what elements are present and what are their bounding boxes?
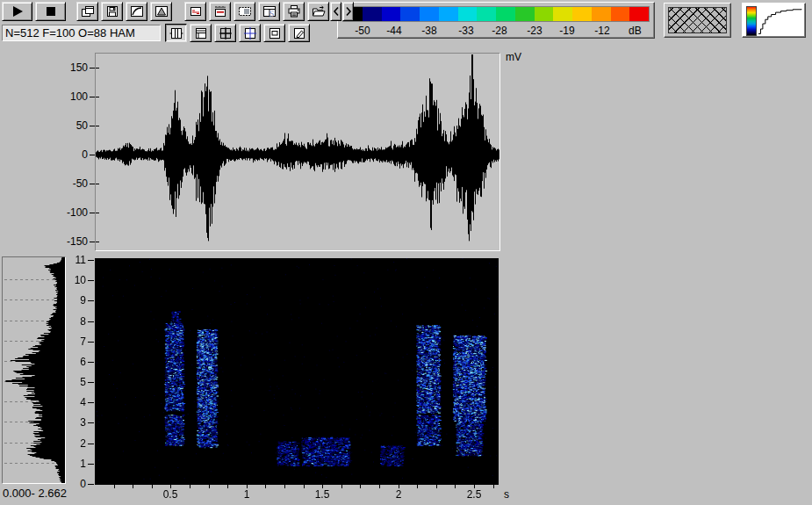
spec-ytick-mark: [88, 382, 94, 383]
chevron-left-icon: [332, 5, 341, 18]
spec-ytick-label: 9: [67, 294, 86, 307]
gain-curve-icon: [130, 5, 144, 18]
open-file-button[interactable]: [307, 2, 329, 21]
spec-ytick-mark: [88, 342, 94, 343]
db-color-cell: [477, 7, 496, 21]
pattern-preview-panel: [664, 3, 731, 38]
spec-ytick-label: 0: [67, 478, 86, 490]
window-in-window-button[interactable]: [263, 24, 285, 42]
chevron-right-icon: [344, 5, 353, 18]
db-color-cells: [342, 6, 650, 22]
spec-ytick-mark: [88, 402, 94, 403]
prev-button[interactable]: [330, 2, 341, 21]
stop-button[interactable]: [35, 2, 66, 21]
waveform-panel[interactable]: [95, 53, 500, 251]
stop-icon: [42, 5, 60, 18]
open-folder-icon: [312, 5, 326, 18]
db-color-cell: [400, 7, 420, 21]
db-color-cell: [553, 7, 572, 21]
analysis-settings-text: N=512 F=100 O=88 HAM: [5, 26, 135, 40]
spec-ytick-mark: [88, 484, 94, 485]
wave-ytick-mark: [90, 184, 95, 184]
spec-ytick-label: 4: [67, 396, 86, 408]
db-scale-tick-label: -44: [382, 25, 406, 37]
layout-rows-button[interactable]: [190, 24, 212, 42]
next-button[interactable]: [342, 2, 354, 21]
db-scale-tick-label: -28: [487, 25, 512, 37]
db-scale-tick-label: -38: [417, 25, 442, 37]
db-scale-tick-label: -33: [454, 25, 478, 37]
spec-ytick-label: 2: [67, 437, 86, 450]
spec-ytick-label: 10: [67, 274, 86, 286]
wave-ytick-mark: [90, 155, 95, 155]
selection-window-button[interactable]: [234, 2, 255, 21]
printer-icon: [287, 5, 301, 18]
db-scale-tick-label: -50: [350, 25, 375, 37]
db-color-cell: [420, 7, 439, 21]
layout-columns-button[interactable]: [165, 24, 187, 42]
s-window-button[interactable]: S: [258, 2, 280, 21]
db-color-cell: [611, 7, 630, 21]
s-grid-icon: S: [262, 5, 277, 18]
spec-xtick-mark: [379, 485, 380, 488]
play-icon: [9, 5, 26, 18]
db-color-cell: [592, 7, 611, 21]
layout-quad-blue-icon: [243, 27, 257, 40]
wave-ytick-mark: [90, 213, 95, 213]
db-color-scale: -50-44-38-33-28-23-19-12dB: [337, 2, 655, 39]
wave-ytick-label: -100: [51, 206, 88, 219]
gain-curve-button[interactable]: [126, 2, 147, 21]
spectrum-display-button[interactable]: [150, 2, 172, 21]
spec-ytick-label: 11: [67, 254, 86, 266]
spec-ytick-mark: [88, 260, 94, 261]
db-color-cell: [382, 7, 401, 21]
spec-ytick-mark: [88, 280, 94, 281]
db-scale-tick-label: -12: [590, 25, 614, 37]
db-color-cell: [458, 7, 478, 21]
waveform-window-button[interactable]: [184, 2, 206, 21]
layout-quad-alt-button[interactable]: [239, 24, 261, 42]
spectrogram-panel[interactable]: [95, 258, 499, 485]
copy-window-button[interactable]: [76, 2, 98, 21]
spec-xtick-mark: [114, 485, 115, 488]
layout-rows-icon: [194, 27, 208, 40]
save-button[interactable]: [101, 2, 123, 21]
print-button[interactable]: [283, 2, 305, 21]
wave-ytick-mark: [90, 97, 95, 97]
db-color-cell: [496, 7, 515, 21]
spectrum-histogram-panel: [2, 256, 66, 484]
db-color-cell: [363, 7, 382, 21]
spec-ytick-label: 5: [67, 376, 86, 388]
spectrogram-plot[interactable]: [95, 258, 499, 485]
analysis-settings-field: N=512 F=100 O=88 HAM: [2, 25, 161, 41]
spec-ytick-label: 3: [67, 416, 86, 429]
app-window: N=512 F=100 O=88 HAM -50-44-38-33-28-23-…: [0, 0, 812, 505]
edit-button[interactable]: [288, 24, 310, 42]
spec-xtick-label: 2.5: [462, 488, 486, 501]
spec-xtick-mark: [265, 485, 266, 488]
spec-xtick-mark: [360, 485, 361, 488]
palette-curve-panel: [742, 3, 806, 38]
layout-quad-button[interactable]: [214, 24, 236, 42]
wave-ytick-label: -150: [51, 235, 88, 248]
wave-ytick-label: 100: [51, 90, 88, 103]
wave-ytick-mark: [90, 68, 95, 69]
svg-text:S: S: [269, 9, 274, 18]
save-icon: [105, 5, 119, 18]
db-color-cell: [629, 7, 649, 21]
db-color-cell: [572, 7, 592, 21]
analysis-window-button[interactable]: [209, 2, 231, 21]
crosshatch-pattern: [668, 7, 727, 33]
time-unit-label: s: [504, 488, 509, 501]
spec-xtick-mark: [133, 485, 133, 488]
spec-xtick-mark: [284, 485, 285, 488]
copy-window-icon: [81, 5, 95, 18]
wave-ytick-mark: [90, 242, 95, 242]
spec-ytick-mark: [88, 422, 94, 423]
spec-xtick-mark: [455, 485, 456, 488]
time-range-label: 0.000- 2.662: [3, 487, 67, 500]
waveform-plot[interactable]: [96, 54, 499, 250]
spec-xtick-label: 2: [386, 488, 411, 501]
play-button[interactable]: [2, 2, 32, 21]
spec-xtick-mark: [209, 485, 210, 488]
